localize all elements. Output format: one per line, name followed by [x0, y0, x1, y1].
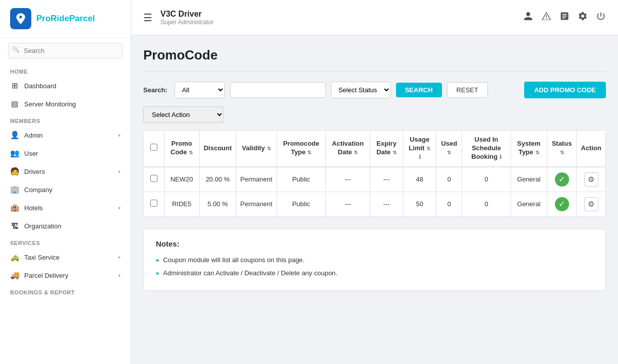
power-icon[interactable]: [596, 11, 606, 24]
schedule-info-icon: ℹ: [499, 154, 501, 160]
status-sort-icon[interactable]: ⇅: [560, 150, 564, 155]
cell-promocode-type-0: Public: [276, 167, 325, 192]
sidebar-item-parcel-delivery[interactable]: 🚚 Parcel Delivery ▾: [0, 266, 131, 284]
parcel-delivery-icon: 🚚: [10, 271, 19, 280]
sidebar-item-organization[interactable]: 🏗 Organization: [0, 217, 131, 235]
cell-expiry-date-0: ---: [370, 167, 403, 192]
server-monitoring-icon: ▤: [10, 99, 19, 108]
search-filter-select[interactable]: All: [175, 82, 225, 98]
logo-icon: [10, 8, 31, 29]
notes-list: Coupon module will list all coupons on t…: [156, 254, 593, 280]
taxi-service-icon: 🚕: [10, 253, 19, 262]
th-checkbox: [144, 131, 164, 167]
usage-sort-icon[interactable]: ⇅: [426, 146, 430, 151]
sidebar-item-parcel-delivery-label: Parcel Delivery: [24, 272, 68, 279]
expiry-sort-icon[interactable]: ⇅: [392, 150, 397, 155]
status-active-icon-1[interactable]: ✓: [555, 197, 569, 211]
type-sort-icon[interactable]: ⇅: [307, 150, 311, 155]
table-row: RIDE5 5.00 % Permanent Public --- --- 50…: [144, 192, 605, 216]
user-icon: 👥: [10, 149, 19, 158]
row-checkbox-1[interactable]: [150, 200, 157, 207]
th-status: Status ⇅: [547, 131, 577, 167]
table-body: NEW20 20.00 % Permanent Public --- --- 4…: [144, 167, 605, 216]
cell-system-type-0: General: [511, 167, 547, 192]
reset-button[interactable]: RESET: [447, 82, 488, 98]
action-gear-icon-1[interactable]: ⚙: [584, 197, 598, 211]
promo-code-table-wrap: Promo Code ⇅ Discount Validity ⇅ Promoco…: [143, 130, 606, 217]
menu-icon[interactable]: ☰: [143, 12, 152, 24]
drivers-chevron-icon: ▾: [118, 169, 121, 174]
th-discount: Discount: [199, 131, 236, 167]
settings-icon[interactable]: [578, 11, 588, 24]
search-button[interactable]: SEARCH: [396, 83, 442, 97]
sidebar-item-taxi-service[interactable]: 🚕 Taxi Service ▾: [0, 248, 131, 266]
select-all-checkbox[interactable]: [150, 144, 157, 151]
note-item-1: Administrator can Activate / Deactivate …: [156, 267, 593, 280]
cell-used-schedule-0: 0: [462, 167, 511, 192]
topbar: ☰ V3C Driver Super Administrator: [131, 0, 618, 35]
cell-validity-0: Permanent: [236, 167, 277, 192]
sidebar-item-company-label: Company: [24, 186, 52, 194]
sidebar-item-taxi-service-label: Taxi Service: [24, 254, 60, 261]
cell-promocode-type-1: Public: [276, 192, 325, 216]
action-gear-icon-0[interactable]: ⚙: [584, 172, 598, 187]
add-promo-code-button[interactable]: ADD PROMO CODE: [524, 82, 606, 98]
nav-services-section: SERVICES 🚕 Taxi Service ▾ 🚚 Parcel Deliv…: [0, 235, 131, 284]
cell-promo-code-1: RIDE5: [164, 192, 199, 216]
row-checkbox-0[interactable]: [150, 175, 157, 182]
system-sort-icon[interactable]: ⇅: [535, 150, 539, 155]
validity-sort-icon[interactable]: ⇅: [267, 146, 271, 151]
sidebar-item-company[interactable]: 🏢 Company: [0, 180, 131, 199]
drivers-icon: 🧑: [10, 167, 19, 176]
nav-section-home: HOME: [0, 64, 131, 77]
sidebar: ProRideParcel HOME ⊞ Dashboard ▤ Server …: [0, 0, 131, 364]
cell-discount-1: 5.00 %: [199, 192, 236, 216]
sidebar-search-input[interactable]: [8, 43, 123, 58]
promo-code-sort-icon[interactable]: ⇅: [189, 150, 193, 155]
table-header-row: Promo Code ⇅ Discount Validity ⇅ Promoco…: [144, 131, 605, 167]
activation-sort-icon[interactable]: ⇅: [354, 150, 358, 155]
sidebar-item-hotels[interactable]: 🏨 Hotels ▾: [0, 199, 131, 217]
search-bar: Search: All Select Status Active Inactiv…: [143, 82, 606, 98]
sidebar-item-organization-label: Organization: [24, 222, 62, 230]
promo-code-table: Promo Code ⇅ Discount Validity ⇅ Promoco…: [144, 131, 605, 216]
search-label: Search:: [143, 86, 167, 94]
search-status-select[interactable]: Select Status Active Inactive: [331, 82, 391, 98]
logo-text: ProRideParcel: [36, 14, 95, 24]
status-active-icon-0[interactable]: ✓: [555, 172, 569, 187]
dashboard-icon: ⊞: [10, 81, 19, 90]
used-sort-icon[interactable]: ⇅: [447, 150, 451, 155]
organization-icon: 🏗: [10, 221, 19, 230]
cell-promo-code-0: NEW20: [164, 167, 199, 192]
cell-expiry-date-1: ---: [370, 192, 403, 216]
sidebar-search-wrap: [0, 38, 131, 64]
th-system-type: System Type ⇅: [511, 131, 547, 167]
sidebar-item-server-monitoring[interactable]: ▤ Server Monitoring: [0, 95, 131, 113]
th-validity: Validity ⇅: [236, 131, 277, 167]
th-used: Used ⇅: [436, 131, 462, 167]
company-icon: 🏢: [10, 185, 19, 194]
notes-card: Notes: Coupon module will list all coupo…: [143, 229, 606, 291]
usage-info-icon: ℹ: [419, 154, 421, 160]
notes-icon[interactable]: [559, 11, 570, 24]
sidebar-item-drivers[interactable]: 🧑 Drivers ▾: [0, 162, 131, 180]
search-text-input[interactable]: [230, 82, 326, 98]
action-select[interactable]: Select Action Delete Selected: [143, 106, 224, 123]
sidebar-item-dashboard[interactable]: ⊞ Dashboard: [0, 77, 131, 95]
parcel-delivery-chevron-icon: ▾: [118, 273, 121, 278]
sidebar-item-user-label: User: [24, 150, 38, 157]
cell-checkbox-1: [144, 192, 164, 216]
sidebar-item-user[interactable]: 👥 User: [0, 144, 131, 162]
th-expiry-date: Expiry Date ⇅: [370, 131, 403, 167]
topbar-title: V3C Driver Super Administrator: [160, 10, 515, 26]
note-item-0: Coupon module will list all coupons on t…: [156, 254, 593, 267]
cell-action-1: ⚙: [577, 192, 605, 216]
cell-used-schedule-1: 0: [462, 192, 511, 216]
th-promo-code: Promo Code ⇅: [164, 131, 199, 167]
alert-icon[interactable]: [541, 11, 551, 24]
user-profile-icon[interactable]: [523, 11, 533, 24]
sidebar-item-admin[interactable]: 👤 Admin ▾: [0, 126, 131, 144]
nav-home-section: HOME ⊞ Dashboard ▤ Server Monitoring: [0, 64, 131, 113]
main-area: ☰ V3C Driver Super Administrator PromoCo…: [131, 0, 618, 364]
cell-usage-limit-1: 50: [403, 192, 436, 216]
